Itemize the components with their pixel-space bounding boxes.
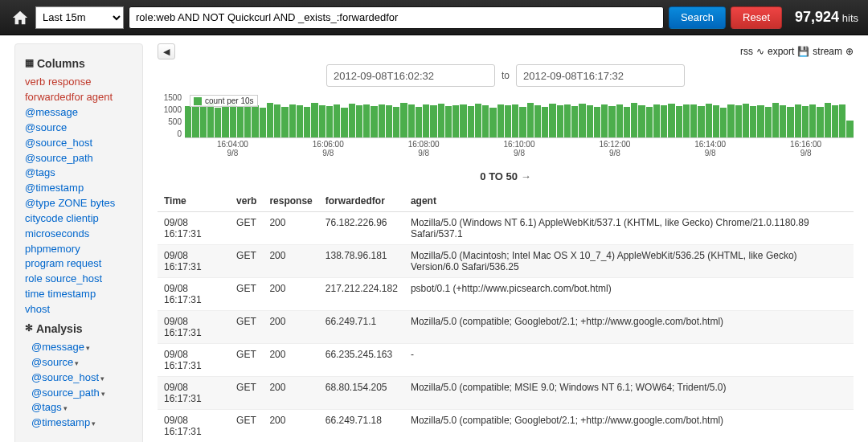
table-row[interactable]: 09/08 16:17:31GET20066.235.245.163- [158, 344, 854, 377]
chart-bar[interactable] [750, 106, 756, 137]
column-toggle[interactable]: @timestamp [25, 182, 84, 194]
chart-bar[interactable] [430, 105, 436, 137]
column-toggle[interactable]: @source_host [25, 137, 92, 149]
table-header[interactable]: forwardedfor [319, 190, 404, 212]
chart-bar[interactable] [817, 107, 823, 137]
chart-bar[interactable] [341, 108, 347, 137]
table-header[interactable]: response [263, 190, 318, 212]
chart-bar[interactable] [267, 103, 273, 137]
chart-bar[interactable] [757, 105, 764, 137]
analysis-item[interactable]: @message▾ [31, 341, 90, 353]
table-row[interactable]: 09/08 16:17:31GET20066.249.71.18Mozilla/… [158, 410, 854, 443]
chart-bar[interactable] [297, 105, 303, 137]
query-input[interactable] [129, 6, 664, 29]
chart-bar[interactable] [579, 104, 585, 137]
analysis-item[interactable]: @timestamp▾ [31, 416, 96, 428]
column-toggle[interactable]: microseconds [25, 227, 89, 239]
chart-bar[interactable] [631, 103, 637, 137]
chart-bar[interactable] [289, 104, 296, 137]
chart-bar[interactable] [334, 104, 340, 137]
chart-bar[interactable] [549, 104, 555, 137]
table-row[interactable]: 09/08 16:17:31GET20076.182.226.96Mozilla… [158, 212, 854, 245]
column-toggle[interactable]: ZONE [58, 197, 87, 209]
chart-bar[interactable] [698, 106, 704, 137]
chart-bar[interactable] [839, 104, 845, 137]
chart-bar[interactable] [519, 107, 526, 137]
search-button[interactable]: Search [669, 6, 726, 29]
chart-bar[interactable] [274, 104, 280, 137]
chart-bar[interactable] [676, 106, 682, 137]
chart-bar[interactable] [601, 104, 608, 137]
chart-bar[interactable] [780, 105, 786, 137]
home-icon[interactable] [10, 7, 31, 28]
chart-bar[interactable] [616, 104, 623, 137]
table-row[interactable]: 09/08 16:17:31GET200138.78.96.181Mozilla… [158, 245, 854, 278]
chart-bar[interactable] [608, 106, 615, 137]
chart-bar[interactable] [571, 106, 578, 137]
chart-bar[interactable] [386, 105, 392, 137]
column-toggle[interactable]: bytes [90, 197, 115, 209]
chart-bar[interactable] [594, 107, 600, 137]
chart-bar[interactable] [244, 104, 251, 137]
table-row[interactable]: 09/08 16:17:31GET200217.212.224.182psbot… [158, 278, 854, 311]
chart-bar[interactable] [363, 104, 370, 137]
chart-bar[interactable] [207, 103, 214, 137]
chart-bar[interactable] [393, 107, 399, 137]
chart-bar[interactable] [653, 104, 660, 137]
chart-bar[interactable] [200, 105, 207, 137]
table-row[interactable]: 09/08 16:17:31GET20066.249.71.1Mozilla/5… [158, 311, 854, 344]
chart-bar[interactable] [661, 105, 667, 137]
column-toggle[interactable]: citycode [25, 212, 63, 224]
export-link[interactable]: export [768, 46, 794, 57]
chart-bar[interactable] [371, 106, 377, 137]
column-toggle[interactable]: time [25, 288, 45, 300]
column-toggle[interactable]: @type [25, 197, 55, 209]
chart-bar[interactable] [765, 107, 772, 137]
chart-bar[interactable] [222, 105, 228, 137]
column-toggle[interactable]: @tags [25, 166, 55, 178]
analysis-item[interactable]: @tags▾ [31, 401, 68, 413]
chart-bar[interactable] [587, 105, 593, 137]
chart-bar[interactable] [185, 106, 191, 137]
chart-bar[interactable] [713, 105, 719, 137]
analysis-item[interactable]: @source_host▾ [31, 371, 104, 383]
chart-bar[interactable] [564, 104, 571, 137]
range-from-input[interactable] [326, 64, 495, 87]
chart-bar[interactable] [215, 108, 221, 137]
chart-bar[interactable] [482, 105, 489, 137]
chart-bar[interactable] [489, 108, 496, 137]
chart-bar[interactable] [192, 107, 199, 137]
chart-bar[interactable] [624, 107, 630, 137]
column-toggle[interactable]: request [67, 257, 101, 269]
chart-bar[interactable] [505, 105, 511, 137]
chart-bar[interactable] [646, 107, 653, 137]
column-toggle[interactable]: program [25, 257, 63, 269]
column-toggle[interactable]: agent [87, 91, 113, 103]
chart-bar[interactable] [832, 105, 838, 137]
chart-bar[interactable] [534, 105, 541, 137]
rss-link[interactable]: rss [740, 46, 753, 57]
chart-bar[interactable] [475, 104, 481, 137]
column-toggle[interactable]: @source_path [25, 152, 93, 164]
chart-bar[interactable] [438, 104, 444, 137]
column-toggle[interactable]: source_host [45, 272, 102, 284]
chart-bar[interactable] [772, 103, 779, 137]
chart-bar[interactable] [497, 104, 504, 137]
chart-bar[interactable] [460, 104, 466, 137]
chart-bar[interactable] [795, 104, 801, 137]
chart-bar[interactable] [311, 103, 317, 137]
column-toggle[interactable]: verb [25, 76, 45, 88]
chart-bar[interactable] [668, 104, 674, 137]
chart-bar[interactable] [683, 104, 690, 137]
chart-bar[interactable] [542, 107, 548, 137]
chart-bar[interactable] [825, 103, 831, 137]
chart-bar[interactable] [230, 104, 236, 137]
chart-bar[interactable] [281, 107, 288, 137]
chart-bar[interactable] [468, 106, 474, 137]
table-header[interactable]: verb [230, 190, 263, 212]
next-page-arrow[interactable]: → [521, 170, 531, 182]
chart-bar[interactable] [512, 104, 518, 137]
chart-bar[interactable] [452, 105, 459, 137]
chart-bar[interactable] [809, 104, 816, 137]
chart-bar[interactable] [735, 105, 742, 137]
